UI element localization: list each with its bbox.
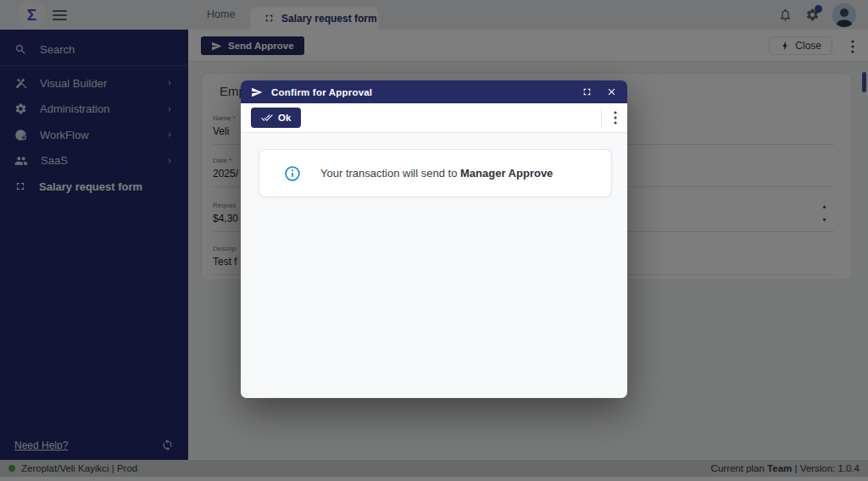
modal-body: Your transaction will send to Manager Ap…	[241, 133, 627, 398]
modal-toolbar: Ok	[241, 103, 627, 133]
modal-title: Confirm for Approval	[271, 87, 568, 97]
ok-button[interactable]: Ok	[251, 108, 301, 128]
app-window: Σ Home Salary request form	[0, 0, 868, 481]
info-message: Your transaction will send to Manager Ap…	[320, 167, 553, 180]
modal-header[interactable]: Confirm for Approval	[241, 80, 627, 103]
modal-kebab-menu-icon[interactable]	[614, 111, 617, 124]
send-icon	[251, 86, 263, 98]
toolbar-divider	[601, 108, 602, 127]
close-x-icon[interactable]	[606, 86, 617, 97]
info-message-card: Your transaction will send to Manager Ap…	[259, 149, 612, 197]
done-all-icon	[261, 112, 273, 124]
info-icon	[284, 165, 301, 182]
confirm-approval-modal: Confirm for Approval Ok	[241, 80, 627, 398]
fullscreen-icon[interactable]	[581, 86, 593, 97]
ok-label: Ok	[278, 113, 291, 123]
